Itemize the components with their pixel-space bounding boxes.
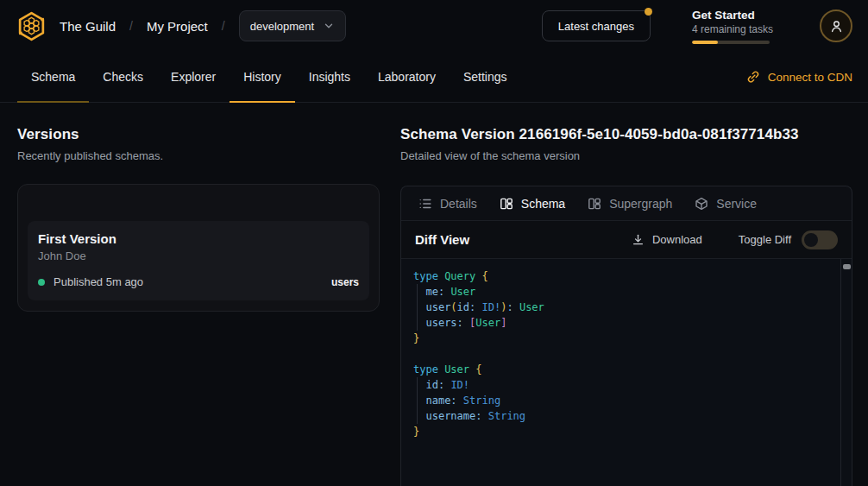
breadcrumb-separator: / <box>222 19 225 33</box>
diff-view-toolbar: Diff View Download Toggle Diff <box>401 221 852 259</box>
breadcrumb: The Guild / My Project / development <box>60 10 346 41</box>
version-status: Published 5m ago <box>53 275 143 288</box>
scrollbar-thumb[interactable] <box>843 264 851 269</box>
code-line <box>413 346 834 362</box>
code-line: type Query { <box>413 268 834 284</box>
schema-version-title: Schema Version 2166196f-5e10-4059-bd0a-0… <box>400 126 852 143</box>
nav-tab-laboratory[interactable]: Laboratory <box>364 52 450 102</box>
chevron-down-icon <box>323 20 335 32</box>
detail-tab-label: Schema <box>521 197 565 211</box>
cube-icon <box>695 197 708 211</box>
latest-changes-label: Latest changes <box>558 20 634 33</box>
columns-icon <box>500 197 513 211</box>
connect-cdn-label: Connect to CDN <box>768 71 852 84</box>
schema-version-subtitle: Detailed view of the schema version <box>400 149 852 162</box>
main-content: Versions Recently published schemas. Fir… <box>0 103 868 486</box>
nav-tab-settings[interactable]: Settings <box>450 52 521 102</box>
version-card[interactable]: First Version John Doe Published 5m ago … <box>28 221 369 300</box>
detail-tab-supergraph[interactable]: Supergraph <box>588 197 672 211</box>
code-line: users: [User] <box>413 315 834 331</box>
code-line: } <box>413 331 834 346</box>
avatar[interactable] <box>820 9 852 42</box>
scrollbar[interactable] <box>840 259 852 486</box>
code-line: user(id: ID!): User <box>413 300 834 315</box>
code-line: me: User <box>413 284 834 300</box>
download-icon <box>632 233 645 246</box>
latest-changes-button[interactable]: Latest changes <box>542 10 651 41</box>
user-icon <box>829 19 844 34</box>
version-service-badge: users <box>331 276 359 288</box>
code-line: type User { <box>413 362 834 377</box>
code-editor[interactable]: type Query { me: User user(id: ID!): Use… <box>401 259 852 486</box>
detail-tab-label: Supergraph <box>609 197 672 211</box>
breadcrumb-project[interactable]: My Project <box>147 19 208 34</box>
versions-title: Versions <box>17 126 380 143</box>
published-status-dot <box>38 279 45 286</box>
version-name: First Version <box>38 231 359 246</box>
breadcrumb-org[interactable]: The Guild <box>60 19 116 34</box>
version-author: John Doe <box>38 249 359 262</box>
code-line: } <box>413 424 834 439</box>
detail-tab-bar: DetailsSchemaSupergraphService <box>401 186 852 221</box>
toggle-diff-label: Toggle Diff <box>739 233 791 246</box>
detail-tab-schema[interactable]: Schema <box>500 197 565 211</box>
get-started-subtitle: 4 remaining tasks <box>692 23 771 35</box>
schema-detail-panel: DetailsSchemaSupergraphService Diff View… <box>400 186 852 486</box>
guild-logo-icon[interactable] <box>16 10 47 42</box>
toggle-knob <box>804 233 818 247</box>
code-line: name: String <box>413 393 834 408</box>
main-nav: SchemaChecksExplorerHistoryInsightsLabor… <box>0 52 868 103</box>
columns-icon <box>588 197 601 211</box>
nav-tab-checks[interactable]: Checks <box>89 52 157 102</box>
download-button[interactable]: Download <box>632 233 702 246</box>
versions-subtitle: Recently published schemas. <box>17 149 380 162</box>
code-line: id: ID! <box>413 377 834 393</box>
detail-tab-details[interactable]: Details <box>418 197 477 211</box>
get-started-title: Get Started <box>692 9 771 22</box>
nav-tab-explorer[interactable]: Explorer <box>157 52 230 102</box>
nav-tab-history[interactable]: History <box>230 52 295 102</box>
target-select-value: development <box>250 20 314 33</box>
nav-tab-insights[interactable]: Insights <box>295 52 364 102</box>
versions-list: First Version John Doe Published 5m ago … <box>17 184 380 312</box>
app-header: The Guild / My Project / development Lat… <box>0 0 868 52</box>
diff-view-title: Diff View <box>415 232 469 247</box>
schema-version-panel: Schema Version 2166196f-5e10-4059-bd0a-0… <box>400 126 852 486</box>
download-label: Download <box>652 233 702 246</box>
notification-dot <box>645 8 652 16</box>
progress-bar <box>692 41 770 44</box>
link-icon <box>746 70 760 84</box>
versions-panel: Versions Recently published schemas. Fir… <box>17 126 380 486</box>
list-icon <box>418 197 432 211</box>
detail-tab-label: Details <box>440 197 477 211</box>
detail-tab-service[interactable]: Service <box>695 197 757 211</box>
toggle-diff-switch[interactable] <box>802 230 838 249</box>
nav-tab-schema[interactable]: Schema <box>17 52 89 102</box>
code-line: username: String <box>413 408 834 424</box>
get-started-widget[interactable]: Get Started 4 remaining tasks <box>692 9 771 44</box>
target-select[interactable]: development <box>239 10 346 41</box>
detail-tab-label: Service <box>716 197 757 211</box>
breadcrumb-separator: / <box>129 19 133 33</box>
connect-cdn-link[interactable]: Connect to CDN <box>746 52 852 102</box>
